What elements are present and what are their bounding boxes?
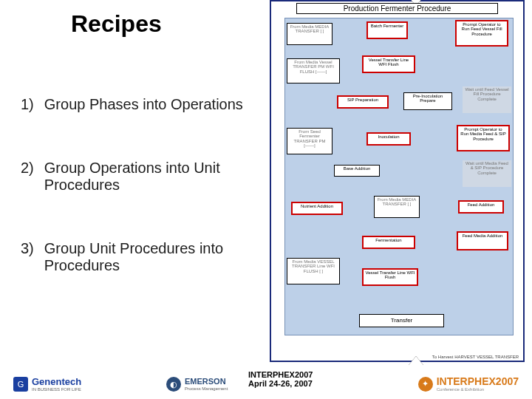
item-text: Group Phases into Operations — [44, 96, 243, 114]
procedure-diagram: Production Fermenter Procedure From Medi… — [270, 0, 525, 362]
logo-text: EMERSON — [185, 377, 226, 386]
box-wait-feed: Wait until Feed Vessel Fill Procedure Co… — [463, 86, 511, 113]
conf-date: April 24-26, 2007 — [248, 379, 313, 389]
box-inoculation: Inoculation — [366, 132, 411, 146]
item-text: Group Unit Procedures into Procedures — [44, 240, 265, 275]
genentech-icon: G — [13, 377, 28, 392]
box-feed-addition: Feed Addition — [458, 200, 504, 214]
box-batch-fermenter: Batch Fermenter — [366, 21, 408, 39]
diagram-body: From Media MEDIA TRANSFER [ ] Batch Ferm… — [284, 18, 514, 335]
bullet-list: 1) Group Phases into Operations 2) Group… — [21, 96, 265, 321]
item-number: 1) — [21, 96, 34, 113]
box-from-media-vessel-2: From Media VESSEL TRANSFER Line WFI FLUS… — [287, 258, 340, 284]
box-prompt-operator-2: Prompt Operator to Run Media Feed & SIP … — [457, 125, 510, 151]
list-item: 1) Group Phases into Operations — [21, 96, 265, 114]
item-number: 2) — [21, 160, 34, 177]
logo-emerson: ◐ EMERSON Process Management — [166, 377, 228, 392]
box-media-transfer-2: From Media MEDIA TRANSFER [ ] — [374, 196, 420, 218]
conf-name: INTERPHEX2007 — [248, 370, 313, 380]
box-feed-media-addition: Feed Media Addition — [457, 231, 508, 250]
box-vessel-transfer-2: Vessel Transfer Line WFI Flush — [362, 268, 418, 286]
conference-info: INTERPHEX2007 April 24-26, 2007 — [248, 370, 313, 389]
box-vessel-transfer-1: Vessel Transfer Line WFI Flush — [362, 55, 415, 73]
item-number: 3) — [21, 240, 34, 257]
logo-genentech: G Genentech IN BUSINESS FOR LIFE — [13, 377, 81, 392]
box-nutrient-addition: Nutrient Addition — [291, 202, 343, 215]
logo-text: INTERPHEX2007 — [437, 375, 519, 387]
diagram-title: Production Fermenter Procedure — [296, 3, 498, 14]
box-pre-inoculation: Pre-Inoculation Prepare — [403, 92, 452, 110]
box-transfer: Transfer — [359, 314, 444, 327]
box-prompt-operator-1: Prompt Operator to Run Feed Vessel Fill … — [455, 20, 508, 47]
box-from-seed: From Seed Fermenter TRANSFER PM [——] — [287, 128, 332, 154]
box-fermentation: Fermentation — [362, 236, 415, 249]
box-base-addition: Base Addition — [334, 165, 380, 177]
logo-tag: IN BUSINESS FOR LIFE — [32, 387, 81, 392]
list-item: 2) Group Operations into Unit Procedures — [21, 160, 265, 194]
logo-interphex: ✦ INTERPHEX2007 Conference & Exhibition — [418, 376, 519, 392]
logo-tag: Conference & Exhibition — [437, 387, 519, 392]
box-sip-prep: SIP Preparation — [337, 95, 389, 109]
box-media-transfer-1: From Media MEDIA TRANSFER [ ] — [287, 23, 332, 45]
emerson-icon: ◐ — [166, 377, 181, 392]
slide-title: Recipes — [71, 10, 162, 38]
interphex-icon: ✦ — [418, 377, 433, 392]
box-from-media-vessel: From Media Vessel TRANSFER PM WFI FLUSH … — [287, 58, 340, 83]
logo-text: Genentech — [32, 376, 81, 387]
logo-tag: Process Management — [185, 386, 228, 391]
footer: G Genentech IN BUSINESS FOR LIFE ◐ EMERS… — [0, 359, 532, 399]
list-item: 3) Group Unit Procedures into Procedures — [21, 240, 265, 275]
item-text: Group Operations into Unit Procedures — [44, 160, 265, 194]
box-wait-media: Wait until Media Feed & SIP Procedure Co… — [463, 160, 511, 187]
